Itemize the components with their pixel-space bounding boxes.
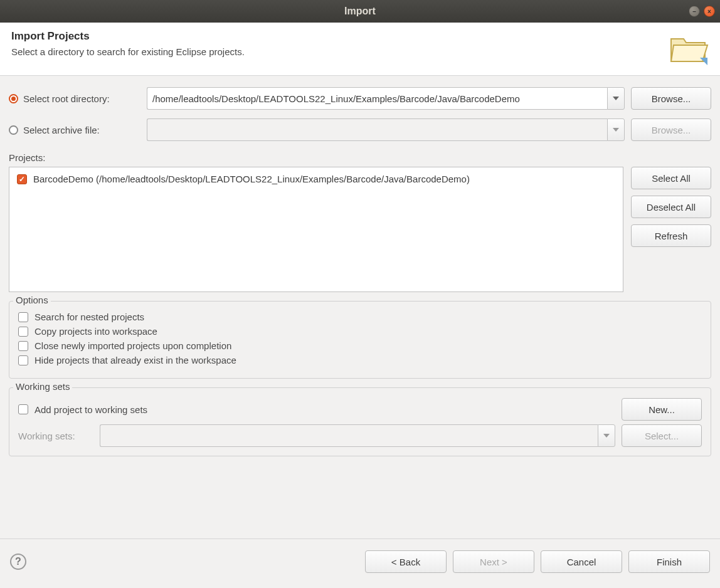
search-nested-checkbox[interactable] (18, 312, 28, 322)
working-sets-dropdown-toggle (598, 424, 615, 447)
archive-file-text: Select archive file: (23, 125, 100, 135)
select-working-sets-label: Select... (645, 431, 679, 441)
select-working-sets-button: Select... (622, 424, 702, 447)
minimize-button[interactable]: – (689, 6, 700, 17)
working-sets-input (100, 424, 598, 447)
wizard-header: Import Projects Select a directory to se… (0, 23, 720, 76)
wizard-footer: ? < Back Next > Cancel Finish (0, 539, 720, 588)
close-window-button[interactable]: × (704, 6, 715, 17)
chevron-down-icon (603, 434, 610, 438)
refresh-label: Refresh (655, 231, 688, 241)
svg-marker-5 (603, 434, 610, 438)
root-directory-dropdown-toggle[interactable] (607, 87, 625, 110)
archive-file-radio-label[interactable]: Select archive file: (9, 125, 140, 135)
root-directory-text: Select root directory: (23, 93, 110, 104)
projects-label: Projects: (9, 152, 711, 163)
new-working-set-label: New... (649, 404, 675, 415)
project-item-label: BarcodeDemo (/home/leadtools/Desktop/LEA… (33, 174, 470, 184)
page-title: Import Projects (11, 30, 245, 43)
refresh-button[interactable]: Refresh (631, 224, 711, 247)
add-to-working-sets-checkbox[interactable] (18, 404, 28, 414)
working-sets-group: Working sets Add project to working sets… (9, 387, 711, 456)
working-sets-combo (100, 424, 615, 447)
finish-button[interactable]: Finish (628, 550, 710, 573)
browse-archive-label: Browse... (652, 125, 691, 135)
working-sets-combo-label: Working sets: (18, 431, 93, 441)
root-directory-combo[interactable] (147, 87, 625, 110)
import-folder-icon (669, 30, 709, 65)
root-directory-input[interactable] (147, 87, 607, 110)
root-directory-radio-label[interactable]: Select root directory: (9, 93, 140, 104)
options-group: Options Search for nested projects Copy … (9, 301, 711, 379)
page-subtitle: Select a directory to search for existin… (11, 46, 245, 57)
new-working-set-button[interactable]: New... (622, 398, 702, 421)
titlebar: Import – × (0, 0, 720, 23)
deselect-all-label: Deselect All (647, 202, 696, 213)
root-directory-row: Select root directory: Browse... (9, 87, 711, 110)
select-all-label: Select All (652, 173, 691, 184)
next-label: Next > (480, 557, 507, 567)
search-nested-label: Search for nested projects (34, 312, 144, 322)
archive-file-combo (147, 118, 625, 141)
project-item[interactable]: ✓ BarcodeDemo (/home/leadtools/Desktop/L… (17, 174, 615, 184)
option-search-nested[interactable]: Search for nested projects (18, 312, 702, 322)
svg-marker-3 (613, 97, 619, 100)
options-legend: Options (13, 295, 51, 305)
finish-label: Finish (657, 557, 682, 567)
help-button[interactable]: ? (10, 554, 26, 570)
add-to-working-sets-label: Add project to working sets (34, 404, 147, 415)
window-title: Import (344, 6, 376, 17)
project-checkbox[interactable]: ✓ (17, 174, 27, 184)
hide-existing-checkbox[interactable] (18, 355, 28, 365)
wizard-content: Select root directory: Browse... Select … (0, 76, 720, 538)
back-label: < Back (391, 557, 420, 567)
hide-existing-label: Hide projects that already exist in the … (34, 355, 236, 365)
back-button[interactable]: < Back (365, 550, 447, 573)
root-directory-radio[interactable] (9, 94, 18, 103)
option-hide-existing[interactable]: Hide projects that already exist in the … (18, 355, 702, 365)
copy-workspace-label: Copy projects into workspace (34, 326, 157, 337)
working-sets-legend: Working sets (13, 381, 72, 392)
cancel-button[interactable]: Cancel (541, 550, 622, 573)
copy-workspace-checkbox[interactable] (18, 327, 28, 337)
archive-file-input (147, 118, 607, 141)
cancel-label: Cancel (567, 557, 596, 567)
svg-marker-4 (613, 128, 619, 132)
option-copy-workspace[interactable]: Copy projects into workspace (18, 326, 702, 337)
browse-root-button[interactable]: Browse... (631, 87, 711, 110)
browse-archive-button: Browse... (631, 118, 711, 141)
option-close-imported[interactable]: Close newly imported projects upon compl… (18, 340, 702, 351)
projects-list[interactable]: ✓ BarcodeDemo (/home/leadtools/Desktop/L… (9, 167, 623, 292)
next-button: Next > (453, 550, 534, 573)
archive-file-radio[interactable] (9, 125, 18, 135)
archive-file-dropdown-toggle (607, 118, 625, 141)
close-imported-checkbox[interactable] (18, 341, 28, 351)
archive-file-row: Select archive file: Browse... (9, 118, 711, 141)
chevron-down-icon (613, 128, 619, 132)
projects-area: ✓ BarcodeDemo (/home/leadtools/Desktop/L… (9, 167, 711, 292)
deselect-all-button[interactable]: Deselect All (631, 196, 711, 218)
close-imported-label: Close newly imported projects upon compl… (34, 340, 231, 351)
chevron-down-icon (613, 97, 619, 100)
browse-root-label: Browse... (652, 93, 691, 104)
select-all-button[interactable]: Select All (631, 167, 711, 189)
